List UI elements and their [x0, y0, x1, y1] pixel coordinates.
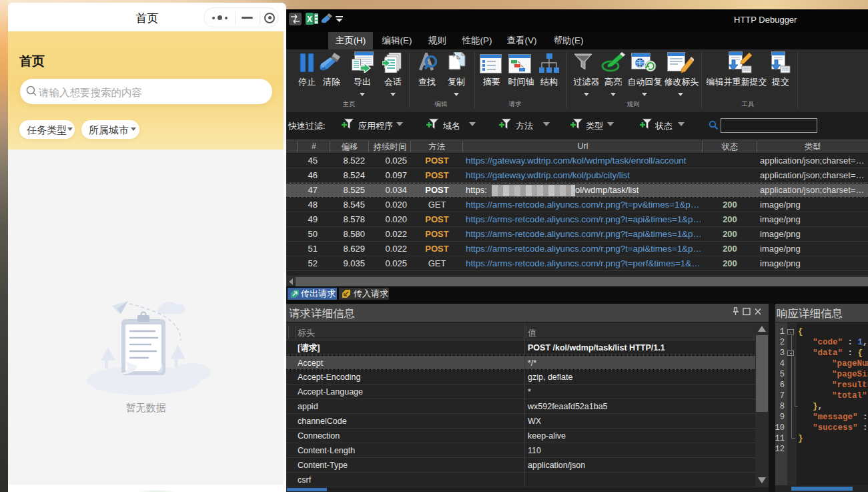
- svg-text:X: X: [307, 15, 312, 24]
